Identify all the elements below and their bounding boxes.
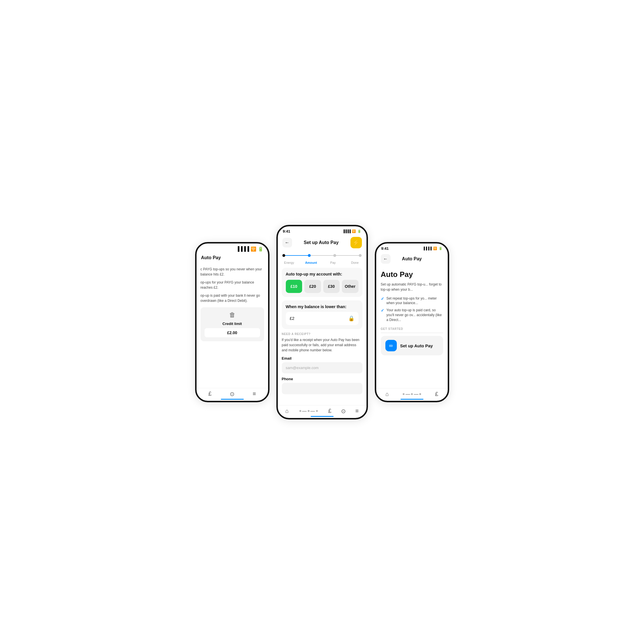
get-started-label: GET STARTED (381, 327, 443, 330)
step-label-energy: Energy (281, 261, 298, 264)
left-desc1: c PAYG top-ups so you never when your ba… (201, 267, 264, 277)
phone-right: 9:41 ▐▐▐▐ 🛜 🔋 ← Auto Pay Auto Pay Set up… (375, 242, 449, 402)
amount-grid: £10 £20 £30 Other (286, 280, 358, 293)
checkmark-icon-2: ✓ (381, 308, 384, 314)
right-battery-icon: 🔋 (439, 247, 443, 250)
setup-autopay-label: Set up Auto Pay (400, 343, 433, 348)
check-text-1: Set repeat top-ups for yo... meter when … (387, 296, 443, 306)
step-line-1 (285, 255, 308, 256)
step-label-amount: Amount (302, 261, 320, 264)
right-status-bar: 9:41 ▐▐▐▐ 🛜 🔋 (376, 243, 448, 252)
amount-btn-20[interactable]: £20 (304, 280, 321, 293)
topup-card: Auto top-up my account with: £10 £20 £30… (282, 268, 362, 297)
step-dot-amount (308, 254, 311, 257)
right-header: ← Auto Pay (376, 252, 448, 267)
autopay-page-desc: Set up automatic PAYG top-u... forget to… (381, 282, 443, 292)
phone-left: ▐▐▐▐ 🛜 🔋 Auto Pay c PAYG top-ups so you … (195, 242, 270, 402)
amount-btn-other[interactable]: Other (342, 280, 358, 293)
credit-amount-value: £2.00 (205, 328, 260, 337)
center-nav-home-icon[interactable]: ⌂ (285, 408, 289, 414)
email-input[interactable]: sam@example.com (282, 362, 362, 373)
right-header-title: Auto Pay (402, 256, 422, 261)
checkmark-icon-1: ✓ (381, 296, 384, 302)
step-labels: Energy Amount Pay Done (278, 261, 366, 268)
infinity-badge: ∞ (385, 340, 397, 351)
lock-icon: 🔒 (348, 315, 354, 322)
receipt-section-label: NEED A RECEIPT? (282, 332, 362, 336)
check-item-2: ✓ Your auto top-up is paid card, so you'… (381, 308, 443, 322)
center-bottom-nav: ⌂ ⚬—⚬—⚬ £ ⊙ ≡ (278, 405, 366, 418)
lightning-button[interactable]: ⚡ (350, 237, 362, 248)
infinity-icon: ∞ (389, 343, 393, 349)
right-back-button[interactable]: ← (381, 254, 391, 264)
email-placeholder: sam@example.com (286, 366, 319, 370)
check-text-2: Your auto top-up is paid card, so you'll… (387, 308, 443, 322)
step-dot-done (359, 254, 362, 257)
check-item-1: ✓ Set repeat top-ups for yo... meter whe… (381, 296, 443, 306)
right-nav-activity-icon[interactable]: ⚬—⚬—⚬ (402, 391, 422, 397)
check-list: ✓ Set repeat top-ups for yo... meter whe… (381, 296, 443, 322)
center-back-icon: ← (285, 240, 290, 245)
center-time: 9:41 (283, 229, 290, 233)
balance-value: £2 (290, 316, 295, 321)
step-label-done: Done (346, 261, 363, 264)
balance-input-row[interactable]: £2 🔒 (286, 312, 358, 325)
battery-icon: 🔋 (258, 246, 263, 252)
autopay-page: Auto Pay Set up automatic PAYG top-u... … (376, 267, 448, 388)
left-desc2: op-ups for your PAYG your balance reache… (201, 280, 264, 290)
step-dot-pay (333, 254, 336, 257)
step-dot-energy (282, 254, 285, 257)
email-label: Email (282, 356, 362, 360)
topup-card-title: Auto top-up my account with: (286, 272, 358, 276)
right-time: 9:41 (381, 246, 389, 251)
screen-container: ▐▐▐▐ 🛜 🔋 Auto Pay c PAYG top-ups so you … (165, 225, 479, 419)
center-status-bar: 9:41 ▐▐▐▐ 🛜 🔋 (278, 226, 366, 235)
step-label-pay: Pay (324, 261, 342, 264)
right-signal-icon: ▐▐▐▐ (423, 247, 431, 250)
receipt-section: NEED A RECEIPT? If you'd like a receipt … (282, 332, 362, 401)
amount-btn-10[interactable]: £10 (286, 280, 302, 293)
center-wifi-icon: 🛜 (352, 229, 356, 233)
center-nav-help-icon[interactable]: ⊙ (341, 408, 346, 415)
center-signal-icon: ▐▐▐▐ (342, 229, 350, 233)
wifi-icon: 🛜 (251, 246, 256, 252)
center-back-button[interactable]: ← (282, 238, 292, 247)
left-nav-currency-icon[interactable]: £ (208, 391, 211, 397)
left-bottom-nav: £ ⊙ ≡ (197, 388, 268, 401)
center-main-scroll: Auto top-up my account with: £10 £20 £30… (278, 268, 366, 405)
left-desc3: op-up is paid with your bank ll never go… (201, 293, 264, 303)
balance-card-title: When my balance is lower than: (286, 304, 358, 309)
left-nav-menu-icon[interactable]: ≡ (253, 391, 256, 397)
right-nav-currency-icon[interactable]: £ (435, 391, 438, 397)
autopay-page-title: Auto Pay (381, 270, 443, 279)
phone-input[interactable] (282, 383, 362, 394)
amount-btn-30[interactable]: £30 (323, 280, 340, 293)
signal-icon: ▐▐▐▐ (236, 246, 249, 251)
balance-card: When my balance is lower than: £2 🔒 (282, 300, 362, 329)
lightning-icon: ⚡ (352, 239, 360, 246)
right-back-icon: ← (383, 256, 388, 261)
center-battery-icon: 🔋 (357, 229, 361, 233)
right-wifi-icon: 🛜 (433, 247, 437, 250)
phone-label: Phone (282, 377, 362, 381)
right-nav-home-icon[interactable]: ⌂ (385, 391, 389, 397)
phone-center: 9:41 ▐▐▐▐ 🛜 🔋 ← Set up Auto Pay ⚡ (276, 225, 368, 419)
center-header-title: Set up Auto Pay (304, 240, 338, 245)
left-header-title: Auto Pay (201, 255, 221, 260)
center-nav-menu-icon[interactable]: ≡ (355, 408, 359, 414)
credit-card: 🗑 Credit limit £2.00 (201, 307, 264, 341)
trash-icon: 🗑 (205, 311, 260, 319)
step-line-3 (336, 255, 359, 256)
center-nav-activity-icon[interactable]: ⚬—⚬—⚬ (298, 408, 319, 414)
left-status-bar: ▐▐▐▐ 🛜 🔋 (197, 243, 268, 253)
center-header: ← Set up Auto Pay ⚡ (278, 235, 366, 251)
setup-autopay-button[interactable]: ∞ Set up Auto Pay (381, 336, 443, 355)
credit-limit-label: Credit limit (205, 322, 260, 326)
left-nav-help-icon[interactable]: ⊙ (230, 391, 235, 397)
step-line-2 (311, 255, 333, 256)
right-bottom-nav: ⌂ ⚬—⚬—⚬ £ (376, 388, 448, 401)
receipt-text: If you'd like a receipt when your Auto P… (282, 337, 362, 353)
progress-steps (278, 251, 366, 261)
center-nav-currency-icon[interactable]: £ (328, 408, 331, 414)
